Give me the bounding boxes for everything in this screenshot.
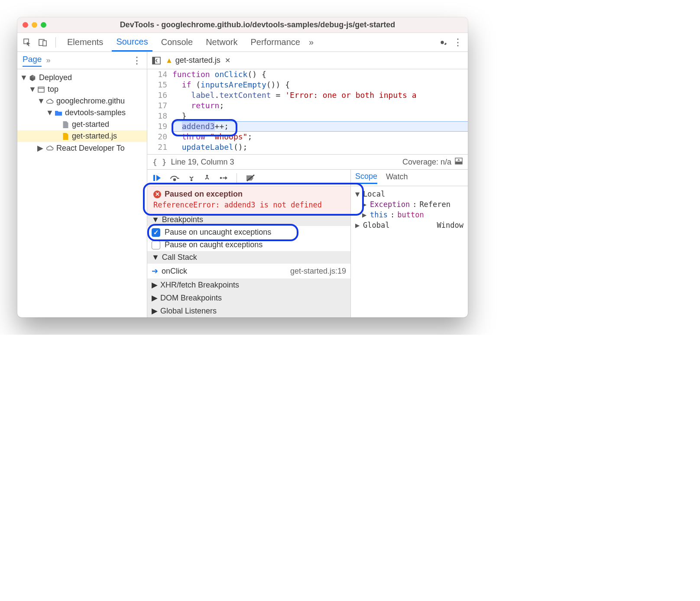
app-window: DevTools - googlechrome.github.io/devtoo… (17, 17, 468, 317)
pause-uncaught-label: Pause on uncaught exceptions (165, 228, 271, 237)
navigator-overflow[interactable]: » (46, 56, 50, 65)
device-toggle-icon[interactable] (37, 37, 49, 48)
tree-label: Deployed (39, 73, 72, 82)
cloud-icon (46, 98, 54, 104)
step-out-button[interactable] (204, 174, 211, 182)
cloud-icon (46, 145, 54, 151)
editor-statusbar: { } Line 19, Column 3 Coverage: n/a (147, 154, 468, 170)
navigator-tab-page[interactable]: Page (23, 55, 42, 67)
step-button[interactable] (219, 175, 228, 181)
tree-origin[interactable]: ▼ googlechrome.githu (17, 95, 147, 107)
zoom-window-button[interactable] (41, 22, 46, 28)
tree-label: React Developer To (56, 144, 125, 153)
inspect-icon[interactable] (22, 37, 33, 48)
editor-tabstrip: ▲ get-started.js ✕ (147, 52, 468, 69)
navigator-more-icon[interactable]: ⋮ (132, 55, 142, 66)
folder-icon (55, 110, 62, 116)
resume-button[interactable] (152, 174, 161, 182)
global-listeners-header[interactable]: ▶Global Listeners (147, 304, 350, 317)
doc-icon (62, 121, 69, 129)
paused-banner: ✕ Paused on exception ReferenceError: ad… (147, 186, 350, 213)
svg-point-12 (206, 174, 208, 177)
callstack-frame[interactable]: ➔ onClick get-started.js:19 (147, 264, 350, 278)
paused-title: Paused on exception (165, 190, 243, 199)
navigator-tabs: Page » ⋮ (17, 52, 147, 69)
svg-point-10 (174, 178, 175, 180)
tree-label: googlechrome.githu (56, 97, 125, 106)
scope-exception[interactable]: ▶Exception: Referen (355, 199, 463, 210)
dom-breakpoints-header[interactable]: ▶DOM Breakpoints (147, 291, 350, 304)
scope-this[interactable]: ▶this: button (355, 210, 463, 220)
close-window-button[interactable] (23, 22, 28, 28)
file-tree: ▼ Deployed ▼ top ▼ (17, 69, 147, 157)
tab-watch[interactable]: Watch (386, 172, 408, 183)
tabs-overflow[interactable]: » (309, 33, 314, 52)
drawer-toggle-icon[interactable] (455, 158, 463, 167)
devtools-toolbar: Elements Sources Console Network Perform… (17, 33, 468, 52)
coverage-label: Coverage: n/a (402, 158, 451, 167)
step-into-button[interactable] (188, 174, 195, 182)
paused-error: ReferenceError: addend3 is not defined (153, 200, 344, 209)
scope-pane: Scope Watch ▼Local ▶Exception: Referen ▶… (351, 170, 468, 317)
tree-extension[interactable]: ▶ React Developer To (17, 142, 147, 154)
checkbox-on-icon[interactable] (152, 228, 160, 237)
tab-console[interactable]: Console (157, 33, 197, 52)
window-title: DevTools - googlechrome.github.io/devtoo… (52, 20, 463, 29)
separator (55, 37, 56, 48)
breakpoints-header[interactable]: ▼Breakpoints (147, 213, 350, 226)
close-tab-icon[interactable]: ✕ (225, 56, 230, 65)
svg-rect-3 (38, 87, 44, 92)
pause-caught-row[interactable]: Pause on caught exceptions (147, 239, 350, 251)
svg-point-13 (220, 177, 222, 179)
tab-elements[interactable]: Elements (63, 33, 107, 52)
deactivate-breakpoints-button[interactable] (246, 174, 255, 182)
cursor-position: Line 19, Column 3 (171, 158, 234, 167)
js-doc-icon (62, 132, 69, 140)
xhr-breakpoints-header[interactable]: ▶XHR/fetch Breakpoints (147, 278, 350, 291)
pause-uncaught-row[interactable]: Pause on uncaught exceptions (147, 226, 350, 239)
svg-point-11 (191, 179, 193, 181)
frame-location: get-started.js:19 (290, 267, 346, 276)
tree-folder[interactable]: ▼ devtools-samples (17, 107, 147, 119)
scope-global[interactable]: ▶Global Window (355, 220, 463, 230)
tree-top[interactable]: ▼ top (17, 84, 147, 95)
svg-rect-8 (455, 162, 462, 164)
frame-name: onClick (162, 267, 187, 276)
more-menu-icon[interactable]: ⋮ (452, 37, 463, 48)
tree-label: devtools-samples (65, 108, 126, 117)
settings-gear-icon[interactable] (437, 37, 448, 48)
frame-icon (37, 86, 45, 93)
file-tab-name: get-started.js (175, 56, 220, 65)
scope-tabs: Scope Watch (351, 170, 468, 186)
warning-icon: ▲ (165, 56, 173, 65)
pretty-print-icon[interactable]: { } (152, 158, 167, 167)
scope-local[interactable]: ▼Local (355, 189, 463, 199)
tab-scope[interactable]: Scope (355, 172, 377, 184)
tab-network[interactable]: Network (201, 33, 242, 52)
tree-deployed[interactable]: ▼ Deployed (17, 72, 147, 84)
checkbox-off-icon[interactable] (152, 241, 160, 249)
code-editor[interactable]: 1415161718192021 function onClick() { if… (147, 69, 468, 154)
debugger-toolbar (147, 170, 350, 186)
traffic-lights (23, 22, 46, 28)
cube-icon (29, 74, 36, 82)
file-tab[interactable]: ▲ get-started.js ✕ (165, 56, 230, 65)
minimize-window-button[interactable] (32, 22, 37, 28)
tab-performance[interactable]: Performance (246, 33, 305, 52)
svg-rect-9 (153, 175, 155, 181)
toggle-navigator-icon[interactable] (152, 56, 161, 65)
current-frame-icon: ➔ (152, 266, 158, 276)
tree-file-js[interactable]: get-started.js (17, 130, 147, 142)
debugger-pane: ✕ Paused on exception ReferenceError: ad… (147, 170, 351, 317)
tree-label: top (48, 85, 58, 94)
titlebar: DevTools - googlechrome.github.io/devtoo… (17, 17, 468, 33)
tree-label: get-started.js (72, 132, 117, 141)
separator (237, 173, 237, 183)
tree-file-html[interactable]: get-started (17, 119, 147, 130)
tab-sources[interactable]: Sources (112, 33, 152, 52)
pause-caught-label: Pause on caught exceptions (165, 240, 262, 249)
svg-rect-6 (152, 57, 155, 64)
callstack-header[interactable]: ▼Call Stack (147, 251, 350, 264)
step-over-button[interactable] (170, 174, 179, 181)
exception-icon: ✕ (153, 191, 161, 198)
